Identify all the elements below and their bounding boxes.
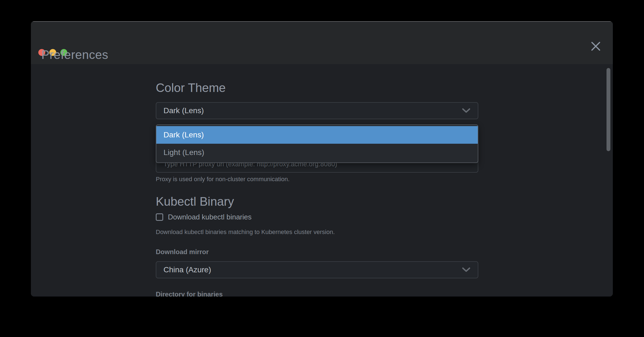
close-button[interactable]	[587, 38, 604, 55]
color-theme-heading: Color Theme	[156, 81, 478, 95]
page-title: Preferences	[41, 48, 108, 62]
download-mirror-label: Download mirror	[156, 248, 478, 256]
download-kubectl-checkbox-row[interactable]: Download kubectl binaries	[156, 213, 478, 221]
directory-for-binaries-label: Directory for binaries	[156, 290, 478, 297]
color-theme-select-value: Dark (Lens)	[163, 106, 462, 115]
proxy-helper-text: Proxy is used only for non-cluster commu…	[156, 175, 478, 183]
close-icon	[591, 41, 601, 52]
preferences-window: Preferences Color Theme Dark (Lens) Dark…	[31, 21, 613, 297]
scrollbar-thumb[interactable]	[607, 68, 610, 151]
download-kubectl-checkbox[interactable]	[156, 213, 163, 221]
dropdown-option-dark-lens[interactable]: Dark (Lens)	[156, 126, 478, 144]
chevron-down-icon	[462, 267, 471, 273]
color-theme-dropdown-menu: Dark (Lens) Light (Lens)	[156, 124, 478, 163]
download-kubectl-checkbox-label: Download kubectl binaries	[168, 213, 252, 221]
color-theme-select[interactable]: Dark (Lens)	[156, 102, 478, 119]
chevron-down-icon	[462, 108, 471, 113]
download-mirror-select[interactable]: China (Azure)	[156, 261, 478, 278]
kubectl-binary-heading: Kubectl Binary	[156, 194, 478, 209]
titlebar: Preferences	[31, 21, 613, 64]
download-mirror-select-value: China (Azure)	[163, 265, 462, 274]
kubectl-helper-text: Download kubectl binaries matching to Ku…	[156, 228, 478, 236]
dropdown-option-light-lens[interactable]: Light (Lens)	[156, 144, 478, 161]
preferences-scroll-area: Color Theme Dark (Lens) Dark (Lens) Ligh…	[31, 64, 613, 297]
